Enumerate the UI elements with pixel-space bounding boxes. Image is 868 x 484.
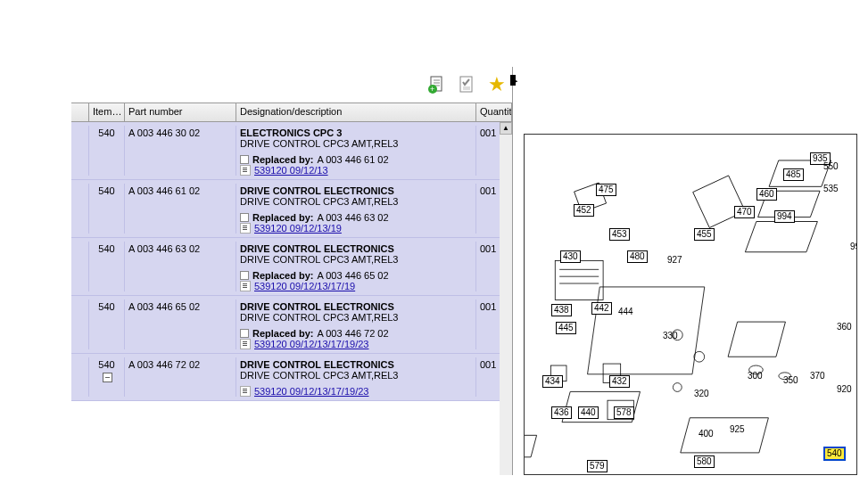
- diagram-label: 360: [837, 322, 852, 332]
- col-header-quantity[interactable]: Quantit: [476, 103, 512, 121]
- diagram-callout[interactable]: 430: [560, 250, 581, 263]
- replaced-by-label: Replaced by:: [252, 270, 313, 281]
- row-checkbox-cell[interactable]: [71, 126, 89, 176]
- diagram-callout[interactable]: 994: [774, 210, 795, 223]
- diagram-callout[interactable]: 452: [574, 204, 594, 217]
- diagram-callout[interactable]: 434: [542, 375, 563, 388]
- svg-point-24: [694, 351, 705, 362]
- part-subtitle: DRIVE CONTROL CPC3 AMT,REL3: [240, 196, 472, 207]
- row-checkbox-cell[interactable]: [71, 242, 89, 291]
- footnote-link[interactable]: 539120 09/12/13/17/19/23: [254, 386, 368, 397]
- footnote-link[interactable]: 539120 09/12/13: [254, 165, 328, 176]
- pane-splitter-handle[interactable]: ▶: [510, 75, 516, 86]
- col-header-partnumber[interactable]: Part number: [125, 103, 236, 121]
- svg-rect-11: [693, 176, 746, 228]
- row-checkbox-cell[interactable]: [71, 184, 89, 234]
- diagram-callout[interactable]: 438: [551, 304, 572, 316]
- table-row[interactable]: 540A 003 446 30 02ELECTRONICS CPC 3DRIVE…: [71, 122, 512, 180]
- replaced-by-label: Replaced by:: [252, 154, 313, 165]
- svg-rect-21: [681, 418, 769, 453]
- col-header-description[interactable]: Designation/description: [236, 103, 476, 121]
- diagram-callout[interactable]: 480: [627, 250, 648, 263]
- diagram-callout[interactable]: 436: [551, 406, 572, 419]
- diagram-callout[interactable]: 445: [556, 322, 576, 334]
- footnote-icon[interactable]: [240, 386, 251, 397]
- part-title: DRIVE CONTROL ELECTRONICS: [240, 359, 472, 370]
- diagram-label: 350: [783, 375, 798, 385]
- table-row[interactable]: 540 –A 003 446 72 02DRIVE CONTROL ELECTR…: [71, 354, 512, 401]
- table-body: ▲ 540A 003 446 30 02ELECTRONICS CPC 3DRI…: [71, 122, 512, 475]
- description-cell: DRIVE CONTROL ELECTRONICSDRIVE CONTROL C…: [236, 184, 476, 234]
- diagram-label: 920: [837, 384, 852, 394]
- footnote-link[interactable]: 539120 09/12/13/19: [254, 223, 342, 234]
- table-row[interactable]: 540A 003 446 65 02DRIVE CONTROL ELECTRON…: [71, 296, 512, 354]
- diagram-callout[interactable]: 470: [734, 206, 755, 218]
- exploded-view-diagram[interactable]: 9355504855354754604524709944534554304809…: [524, 134, 857, 475]
- description-cell: DRIVE CONTROL ELECTRONICSDRIVE CONTROL C…: [236, 357, 476, 397]
- replaced-by-label: Replaced by:: [252, 328, 313, 339]
- diagram-callout[interactable]: 579: [587, 460, 608, 472]
- part-number-cell: A 003 446 72 02: [125, 357, 236, 397]
- svg-rect-17: [588, 287, 705, 374]
- diagram-callout[interactable]: 432: [609, 375, 630, 388]
- description-cell: DRIVE CONTROL ELECTRONICSDRIVE CONTROL C…: [236, 242, 476, 291]
- description-cell: ELECTRONICS CPC 3DRIVE CONTROL CPC3 AMT,…: [236, 126, 476, 176]
- table-row[interactable]: 540A 003 446 63 02DRIVE CONTROL ELECTRON…: [71, 238, 512, 296]
- diagram-label: 925: [730, 424, 745, 434]
- replace-checkbox[interactable]: [240, 271, 249, 280]
- svg-rect-18: [745, 222, 817, 252]
- footnote-icon[interactable]: [240, 165, 251, 176]
- row-checkbox-cell[interactable]: [71, 299, 89, 349]
- replace-checkbox[interactable]: [240, 155, 249, 164]
- part-number-cell: A 003 446 30 02: [125, 126, 236, 176]
- replace-checkbox[interactable]: [240, 329, 249, 338]
- footnote-icon[interactable]: [240, 339, 251, 349]
- diagram-callout[interactable]: 453: [609, 228, 630, 241]
- item-number-cell: 540: [89, 126, 125, 176]
- diagram-callout[interactable]: 442: [591, 302, 612, 315]
- footnote-icon[interactable]: [240, 281, 251, 291]
- footnote-icon[interactable]: [240, 223, 251, 234]
- diagram-label: 535: [823, 184, 839, 193]
- diagram-label: 370: [810, 371, 825, 381]
- part-number-cell: A 003 446 65 02: [125, 299, 236, 349]
- add-note-icon[interactable]: +: [426, 75, 446, 94]
- part-subtitle: DRIVE CONTROL CPC3 AMT,REL3: [240, 254, 472, 265]
- svg-rect-13: [555, 261, 603, 300]
- footnote-link[interactable]: 539120 09/12/13/17/19/23: [254, 339, 368, 349]
- replace-checkbox[interactable]: [240, 213, 249, 222]
- diagram-label: 990: [850, 242, 857, 251]
- replaced-by-value: A 003 446 65 02: [317, 270, 388, 281]
- row-checkbox-cell[interactable]: [71, 357, 89, 397]
- collapse-icon[interactable]: –: [103, 373, 112, 382]
- favorite-icon[interactable]: ★: [487, 75, 507, 94]
- vertical-scrollbar[interactable]: ▲: [500, 122, 512, 475]
- diagram-callout-selected[interactable]: 540: [823, 447, 846, 461]
- diagram-callout[interactable]: 440: [578, 406, 599, 419]
- toolbar: + ★: [71, 67, 512, 103]
- diagram-callout[interactable]: 455: [694, 228, 715, 241]
- diagram-label: 400: [699, 429, 714, 439]
- diagram-label: 300: [748, 371, 763, 381]
- replaced-by-value: A 003 446 72 02: [317, 328, 388, 339]
- diagram-callout[interactable]: 580: [694, 455, 715, 468]
- diagram-callout[interactable]: 578: [614, 406, 634, 419]
- diagram-label: 330: [663, 331, 678, 340]
- document-check-icon[interactable]: [457, 75, 476, 94]
- col-header-item[interactable]: Item…: [89, 103, 125, 121]
- part-number-cell: A 003 446 63 02: [125, 242, 236, 291]
- replaced-by-value: A 003 446 63 02: [317, 212, 388, 223]
- diagram-callout[interactable]: 475: [596, 184, 616, 196]
- scroll-up-icon[interactable]: ▲: [500, 122, 512, 135]
- footnote-link[interactable]: 539120 09/12/13/17/19: [254, 281, 355, 291]
- part-subtitle: DRIVE CONTROL CPC3 AMT,REL3: [240, 312, 472, 323]
- diagram-callout[interactable]: 460: [756, 188, 777, 201]
- svg-text:+: +: [430, 85, 434, 94]
- table-row[interactable]: 540A 003 446 61 02DRIVE CONTROL ELECTRON…: [71, 180, 512, 238]
- svg-rect-19: [728, 322, 785, 357]
- part-number-cell: A 003 446 61 02: [125, 184, 236, 234]
- diagram-callout[interactable]: 485: [783, 168, 804, 181]
- item-number-cell: 540: [89, 184, 125, 234]
- col-header-checkbox[interactable]: [71, 103, 89, 121]
- replaced-by-label: Replaced by:: [252, 212, 313, 223]
